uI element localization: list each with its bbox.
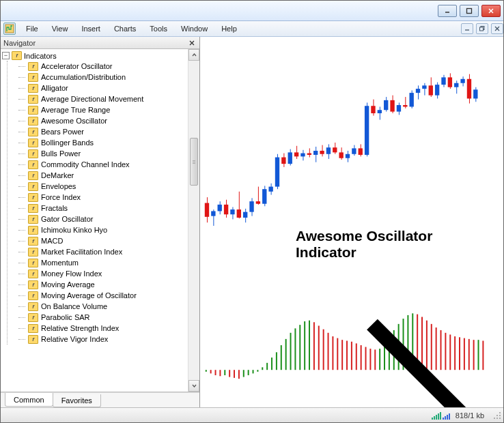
indicator-icon: f (28, 324, 38, 333)
svg-rect-53 (352, 148, 356, 154)
indicator-item[interactable]: fAwesome Oscillator (18, 115, 188, 126)
indicator-icon: f (28, 95, 38, 104)
indicator-item[interactable]: fBears Power (18, 126, 188, 137)
svg-rect-29 (275, 158, 279, 187)
indicator-item[interactable]: fOn Balance Volume (18, 301, 188, 312)
indicator-item[interactable]: fCommodity Channel Index (18, 159, 188, 170)
indicator-icon: f (28, 138, 38, 147)
menu-help[interactable]: Help (215, 23, 243, 35)
svg-rect-85 (454, 83, 458, 87)
window-close-button[interactable] (481, 5, 501, 17)
svg-rect-25 (262, 189, 266, 204)
indicator-item[interactable]: fIchimoku Kinko Hyo (18, 224, 188, 235)
chart-annotation: Awesome Oscillator Indicator (296, 228, 432, 261)
scroll-thumb[interactable] (190, 138, 198, 186)
indicator-item[interactable]: fAverage Directional Movement (18, 93, 188, 104)
menubar: FileViewInsertChartsToolsWindowHelp (1, 21, 503, 37)
connection-icon (431, 411, 451, 420)
indicator-item[interactable]: fMoving Average (18, 279, 188, 290)
indicator-item[interactable]: fMoving Average of Oscillator (18, 290, 188, 301)
indicator-item[interactable]: fFractals (18, 203, 188, 214)
indicator-label: Envelopes (41, 182, 76, 190)
indicator-item[interactable]: fAlligator (18, 83, 188, 93)
svg-rect-45 (326, 147, 331, 154)
mdi-minimize-button[interactable] (461, 23, 473, 34)
window-minimize-button[interactable] (438, 5, 457, 17)
folder-icon: f (12, 51, 22, 60)
indicator-label: Money Flow Index (41, 269, 102, 278)
indicator-label: Moving Average of Oscillator (41, 291, 137, 300)
menu-tools[interactable]: Tools (143, 23, 173, 35)
tree-root-indicators[interactable]: − f Indicators (2, 50, 188, 61)
navigator-close-button[interactable] (187, 38, 197, 48)
svg-rect-33 (288, 152, 292, 164)
indicator-icon: f (28, 248, 38, 257)
navigator-scrollbar[interactable] (188, 49, 199, 392)
svg-rect-157 (440, 412, 441, 420)
svg-rect-67 (397, 105, 401, 112)
indicator-item[interactable]: fAccelerator Oscillator (18, 61, 188, 72)
window-maximize-button[interactable] (460, 5, 479, 17)
mdi-restore-button[interactable] (476, 23, 488, 34)
indicator-label: Momentum (41, 259, 79, 267)
indicator-item[interactable]: fAverage True Range (18, 104, 188, 115)
indicator-item[interactable]: fMomentum (18, 257, 188, 268)
indicator-icon: f (28, 62, 38, 71)
indicator-label: Market Facilitation Index (41, 248, 122, 256)
tab-common[interactable]: Common (5, 393, 53, 407)
indicator-item[interactable]: fRelative Strength Index (18, 323, 188, 334)
menu-window[interactable]: Window (175, 23, 214, 35)
tree-root-label: Indicators (24, 52, 57, 60)
indicator-item[interactable]: fMarket Facilitation Index (18, 246, 188, 257)
indicator-item[interactable]: fForce Index (18, 192, 188, 203)
indicator-label: Relative Strength Index (41, 324, 119, 332)
indicator-label: Alligator (41, 84, 68, 92)
indicator-icon: f (28, 226, 38, 235)
indicator-item[interactable]: fGator Oscillator (18, 214, 188, 224)
indicator-item[interactable]: fBulls Power (18, 148, 188, 159)
svg-line-152 (372, 325, 503, 408)
indicator-label: Awesome Oscillator (41, 117, 107, 125)
menu-view[interactable]: View (46, 23, 74, 35)
tab-favorites[interactable]: Favorites (53, 394, 101, 407)
indicator-item[interactable]: fEnvelopes (18, 181, 188, 192)
menu-insert[interactable]: Insert (75, 23, 107, 35)
svg-rect-37 (300, 154, 305, 157)
indicator-icon: f (28, 149, 38, 158)
indicator-item[interactable]: fRelative Vigor Index (18, 334, 188, 345)
svg-point-166 (496, 418, 498, 419)
navigator-tree[interactable]: − f Indicators fAccelerator OscillatorfA… (1, 49, 188, 392)
menu-file[interactable]: File (20, 23, 44, 35)
menu-charts[interactable]: Charts (108, 23, 142, 35)
indicator-label: MACD (41, 237, 63, 245)
indicator-item[interactable]: fDeMarker (18, 170, 188, 181)
svg-rect-159 (445, 416, 446, 420)
resize-grip-icon[interactable] (492, 411, 502, 420)
tree-collapse-icon[interactable]: − (2, 52, 10, 59)
mdi-close-button[interactable] (491, 23, 503, 34)
navigator-panel: Navigator − f Indicators fAccelerator Os… (1, 37, 200, 407)
indicator-label: Bears Power (41, 128, 84, 136)
svg-rect-156 (438, 413, 439, 420)
chart-area[interactable]: Awesome Oscillator Indicator (200, 37, 503, 407)
indicator-icon: f (28, 128, 38, 136)
indicator-item[interactable]: fBollinger Bands (18, 137, 188, 148)
svg-rect-47 (333, 147, 337, 152)
indicator-item[interactable]: fParabolic SAR (18, 312, 188, 323)
svg-rect-9 (211, 211, 215, 216)
indicator-item[interactable]: fAccumulation/Distribution (18, 72, 188, 83)
indicator-icon: f (28, 204, 38, 213)
indicator-item[interactable]: fMACD (18, 235, 188, 246)
svg-rect-91 (473, 89, 477, 98)
indicator-label: Commodity Channel Index (41, 160, 130, 169)
svg-point-165 (494, 418, 495, 419)
scroll-down-button[interactable] (188, 380, 199, 392)
svg-rect-161 (449, 413, 450, 420)
scroll-up-button[interactable] (188, 49, 199, 61)
indicator-item[interactable]: fMoney Flow Index (18, 268, 188, 279)
indicator-icon: f (28, 335, 38, 344)
svg-rect-49 (339, 152, 343, 158)
svg-point-167 (499, 418, 501, 419)
indicator-label: Ichimoku Kinko Hyo (41, 226, 107, 234)
indicator-label: On Balance Volume (41, 302, 107, 310)
